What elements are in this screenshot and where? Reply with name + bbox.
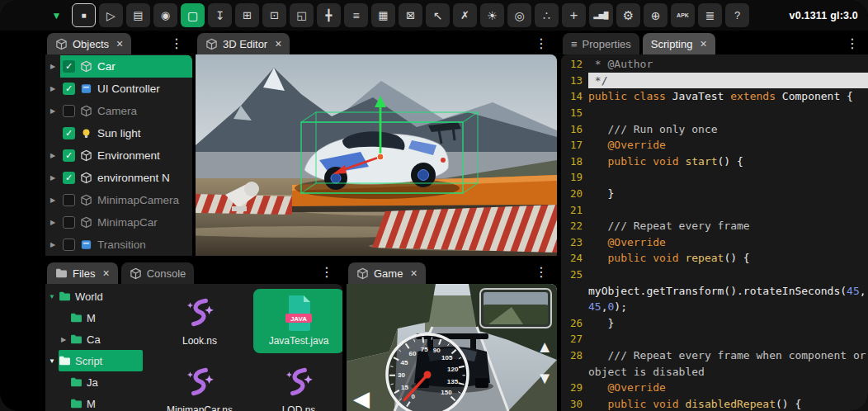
tab-game[interactable]: Game×: [348, 262, 426, 284]
region-select-button[interactable]: ▢: [181, 3, 205, 27]
lighting-button[interactable]: ☀: [480, 3, 504, 27]
visibility-checkbox[interactable]: [63, 216, 75, 229]
visibility-checkbox[interactable]: ✓: [63, 60, 75, 73]
expand-arrow-icon[interactable]: ▶: [45, 219, 60, 226]
expand-arrow-icon[interactable]: ▶: [45, 107, 60, 115]
svg-text:60: 60: [408, 350, 416, 357]
brake-button[interactable]: ▼: [536, 370, 553, 386]
hierarchy-item-ui-controller[interactable]: ▶✓UI Controller: [45, 78, 192, 100]
file-look-ns[interactable]: Look.ns: [154, 289, 245, 353]
accelerate-button[interactable]: ▲: [536, 338, 553, 355]
files-content: ▼WorldM▶Ca▼ScriptJaM Look.nsJAVAJavaTest…: [45, 284, 342, 411]
app-screen: ▼■▷▤◉▢↧⊞⊡◱╋≡▦⊠↖✗☀◎∴+▂▅█⚙⊕APK≣? v0.1311 g…: [0, 0, 868, 411]
visibility-checkbox[interactable]: ✓: [63, 172, 75, 184]
files-tree-item-m[interactable]: M: [45, 393, 143, 411]
duplicate-button[interactable]: ⊞: [235, 3, 259, 27]
copy-button[interactable]: ▦: [371, 3, 395, 27]
close-icon[interactable]: ×: [410, 267, 417, 280]
hierarchy-item-sun-light[interactable]: ✓Sun light: [45, 122, 192, 144]
screenshot-button[interactable]: ◉: [153, 3, 177, 27]
tab-properties[interactable]: ≡Properties: [563, 33, 639, 54]
assets-database-button[interactable]: ≣: [698, 3, 722, 27]
viewport-3d[interactable]: [196, 54, 557, 256]
visibility-checkbox[interactable]: ✓: [63, 83, 75, 95]
files-tree-item-script[interactable]: ▼Script: [45, 350, 143, 371]
expand-arrow-icon[interactable]: ▶: [45, 152, 60, 159]
panel-menu-button[interactable]: ⋮: [526, 35, 557, 51]
screenshot-icon: ◉: [161, 10, 170, 21]
expand-arrow-icon[interactable]: ▶: [57, 336, 70, 343]
help-button[interactable]: ?: [725, 3, 749, 27]
target-button[interactable]: ⊕: [644, 3, 668, 27]
visibility-checkbox[interactable]: ✓: [63, 149, 75, 162]
file-lod-ns[interactable]: LOD.ns: [253, 358, 342, 411]
expand-arrow-icon[interactable]: ▶: [45, 174, 60, 182]
files-tree-item-ja[interactable]: Ja: [45, 371, 143, 393]
expand-arrow-icon[interactable]: ▼: [45, 357, 59, 365]
pointer-tool-button[interactable]: ↖: [426, 3, 450, 27]
expand-arrow-icon[interactable]: ▶: [45, 63, 60, 70]
run-menu-button[interactable]: ▼: [45, 3, 68, 27]
build-apk-button[interactable]: APK: [671, 3, 695, 27]
import-package-button[interactable]: ↧: [208, 3, 232, 27]
hierarchy-item-environment[interactable]: ▶✓Environment: [45, 144, 192, 167]
frame-button[interactable]: ⊡: [262, 3, 286, 27]
play-button[interactable]: ▷: [99, 3, 123, 27]
run-menu-icon: ▼: [52, 11, 62, 21]
folder-name: World: [75, 291, 103, 303]
expand-arrow-icon[interactable]: ▶: [45, 241, 60, 248]
hierarchy-item-environment-n[interactable]: ▶✓environment N: [45, 167, 192, 189]
tab-scripting[interactable]: Scripting×: [643, 33, 715, 54]
save-button[interactable]: ▤: [126, 3, 150, 27]
panel-menu-button[interactable]: ⋮: [837, 35, 868, 51]
files-tree-item-ca[interactable]: ▶Ca: [45, 328, 143, 350]
visibility-checkbox[interactable]: ✓: [63, 127, 75, 139]
tab-3d-editor[interactable]: 3D Editor×: [197, 33, 290, 54]
files-tree-item-m[interactable]: M: [45, 307, 143, 328]
file-javatest-java[interactable]: JAVAJavaTest.java: [253, 289, 342, 353]
tab-objects[interactable]: Objects×: [47, 33, 131, 54]
tab-console[interactable]: Console: [121, 262, 195, 284]
add-object-button[interactable]: +: [562, 3, 586, 27]
node-graph-button[interactable]: ∴: [535, 3, 559, 27]
scale-tool-button[interactable]: ◱: [290, 3, 314, 27]
hierarchy-item-minimapcamera[interactable]: ▶MinimapCamera: [45, 189, 192, 211]
stop-button[interactable]: ■: [72, 3, 96, 27]
close-icon[interactable]: ×: [102, 267, 109, 280]
close-icon[interactable]: ×: [275, 37, 281, 50]
hierarchy-item-camera[interactable]: ▶Camera: [45, 100, 192, 122]
delete-button[interactable]: ✗: [453, 3, 477, 27]
panel-menu-button[interactable]: ⋮: [311, 264, 342, 280]
expand-arrow-icon[interactable]: ▶: [45, 85, 60, 92]
steer-left-button[interactable]: ◀: [353, 388, 370, 409]
hierarchy-item-transition[interactable]: ▶Transition: [45, 234, 192, 256]
hierarchy-item-car[interactable]: ▶✓Car: [45, 55, 192, 78]
bulb-icon: [80, 127, 92, 139]
node-graph-icon: ∴: [543, 10, 550, 21]
layers-button[interactable]: ≡: [344, 3, 368, 27]
code-editor[interactable]: 12 * @Author13 */14public class JavaTest…: [561, 54, 868, 411]
hierarchy-item-minimapcar[interactable]: ▶MinimapCar: [45, 211, 192, 234]
visibility-checkbox[interactable]: [63, 239, 75, 251]
export-button[interactable]: ⊠: [399, 3, 422, 27]
line-number: 30: [561, 398, 588, 410]
tab-files[interactable]: Files×: [47, 262, 118, 284]
expand-arrow-icon[interactable]: ▼: [45, 293, 59, 300]
game-view[interactable]: 0153045607590105120135150 ◀ ▲ ▼: [347, 284, 557, 411]
close-icon[interactable]: ×: [700, 37, 706, 50]
files-tree-item-world[interactable]: ▼World: [45, 286, 143, 307]
move-tool-button[interactable]: ╋: [317, 3, 341, 27]
statistics-button[interactable]: ▂▅█: [589, 3, 613, 27]
expand-arrow-icon[interactable]: ▶: [45, 196, 60, 204]
visibility-checkbox[interactable]: [63, 105, 75, 117]
visibility-checkbox[interactable]: [63, 194, 75, 206]
orbit-view-button[interactable]: ◎: [507, 3, 531, 27]
line-number: 29: [561, 381, 588, 394]
cube-icon: [55, 38, 68, 50]
code-text: [588, 331, 868, 347]
close-icon[interactable]: ×: [116, 37, 123, 50]
settings-button[interactable]: ⚙: [616, 3, 640, 27]
file-minimapcar-ns[interactable]: MinimapCar.ns: [154, 358, 245, 411]
panel-menu-button[interactable]: ⋮: [161, 35, 192, 51]
panel-menu-button[interactable]: ⋮: [526, 264, 557, 280]
